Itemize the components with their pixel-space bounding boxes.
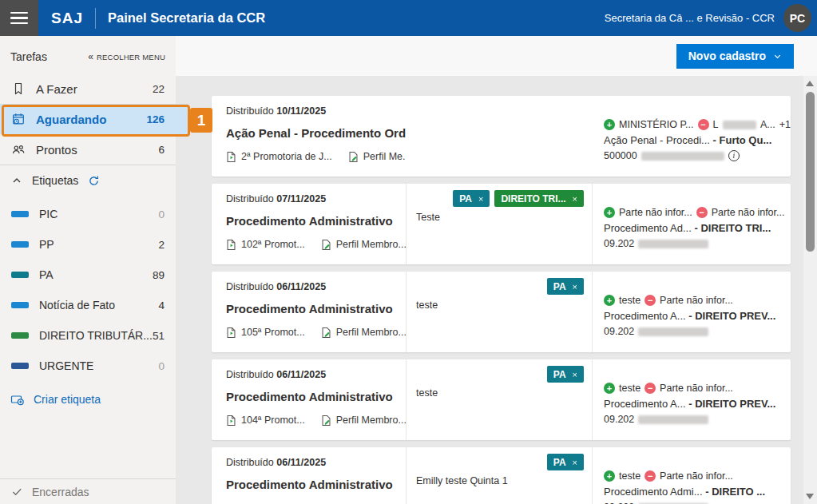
- etiqueta-count-badge: 51: [153, 330, 165, 342]
- redacted-case-number: [641, 152, 724, 161]
- card-left-column: Distribuído 10/11/2025 Ação Penal - Proc…: [212, 96, 406, 177]
- etiqueta-color-bar-icon: [11, 241, 29, 248]
- etiquetas-section-header[interactable]: Etiquetas: [0, 165, 176, 196]
- task-count-badge: 126: [146, 113, 165, 125]
- tag-close-icon[interactable]: ×: [573, 458, 577, 467]
- hamburger-menu-icon[interactable]: [0, 0, 38, 36]
- plus-party-label: teste: [619, 295, 641, 306]
- refresh-icon[interactable]: [88, 175, 100, 187]
- tag-pa[interactable]: PA×: [547, 454, 584, 470]
- collapse-menu-label: RECOLHER MENU: [97, 53, 165, 62]
- sidebar-etiqueta-direito-tribut-r-[interactable]: DIREITO TRIBUTÁR... 51: [0, 320, 176, 351]
- card-middle-column: PA× Emilly teste Quinta 1: [406, 447, 593, 504]
- document-pen-icon: [321, 327, 331, 339]
- profile-link[interactable]: Perfil Membro...: [321, 239, 406, 251]
- case-card[interactable]: Distribuído 10/11/2025 Ação Penal - Proc…: [212, 96, 791, 177]
- distributed-date: Distribuído 06/11/2025: [226, 281, 406, 292]
- info-icon[interactable]: i: [728, 150, 740, 161]
- etiqueta-label: DIREITO TRIBUTÁR...: [39, 329, 153, 342]
- scrollbar[interactable]: [803, 76, 817, 504]
- header-divider: [95, 8, 96, 29]
- user-avatar[interactable]: PC: [783, 4, 811, 32]
- case-class-row: Procedimento A... - DIREITO PREV...: [604, 310, 791, 322]
- card-footer: 105ª Promot... Perfil Membro...: [226, 326, 406, 339]
- profile-link[interactable]: Perfil Membro...: [321, 327, 406, 339]
- minus-party-label: Parte não infor...: [660, 470, 733, 482]
- plus-party-icon: +: [604, 295, 615, 306]
- card-note: Teste: [416, 212, 584, 223]
- plus-party-label: teste: [619, 383, 641, 394]
- sidebar-etiqueta-pp[interactable]: PP 2: [0, 229, 176, 260]
- plus-party-icon: +: [604, 383, 615, 394]
- etiqueta-list: PIC 0 PP 2 PA 89 Notícia de Fato 4 DIREI…: [0, 199, 176, 381]
- case-card[interactable]: Distribuído 06/11/2025 Procedimento Admi…: [212, 447, 791, 504]
- task-icon: [11, 81, 26, 96]
- tag-list: PA×DIREITO TRI...×: [416, 190, 584, 207]
- origin-link[interactable]: 2ª Promotoria de J...: [226, 151, 332, 163]
- case-card[interactable]: Distribuído 06/11/2025 Procedimento Admi…: [212, 359, 791, 440]
- parties-row: + MINISTÉRIO P... − L A... +1: [604, 119, 791, 130]
- sidebar-item-prontos[interactable]: Prontos 6: [0, 134, 176, 165]
- page-title: Painel Secretaria da CCR: [108, 10, 265, 26]
- origin-link[interactable]: 102ª Promot...: [226, 239, 305, 251]
- case-number-label: 09.202: [604, 326, 634, 337]
- tag-list: PA×: [416, 454, 584, 470]
- case-number-row: 09.202: [604, 326, 791, 337]
- card-right-column: + MINISTÉRIO P... − L A... +1 Ação Penal…: [593, 96, 791, 177]
- collapse-menu-button[interactable]: « RECOLHER MENU: [88, 51, 165, 62]
- tag-pa[interactable]: PA×: [453, 190, 490, 207]
- card-middle-column: PA× teste: [406, 359, 593, 440]
- task-icon: [11, 112, 26, 126]
- document-forward-icon: [226, 151, 236, 163]
- etiqueta-count-badge: 0: [158, 360, 165, 372]
- tag-pa[interactable]: PA×: [547, 366, 584, 383]
- case-card[interactable]: Distribuído 06/11/2025 Procedimento Admi…: [212, 272, 791, 352]
- tag-label: PA: [553, 457, 566, 468]
- card-note: teste: [416, 300, 584, 311]
- scrollbar-thumb[interactable]: [806, 92, 815, 252]
- encerradas-toggle[interactable]: Encerradas: [0, 478, 176, 504]
- app-logo: SAJ: [51, 10, 83, 27]
- case-card[interactable]: Distribuído 07/11/2025 Procedimento Admi…: [212, 184, 791, 264]
- card-title: Procedimento Administrativo: [226, 214, 406, 228]
- tag-plus-icon: [10, 392, 25, 407]
- novo-cadastro-button[interactable]: Novo cadastro: [676, 44, 794, 69]
- scroll-down-arrow-icon[interactable]: [806, 494, 814, 499]
- etiqueta-count-badge: 4: [158, 300, 165, 312]
- case-number-label: 09.202: [604, 414, 634, 425]
- plus-party-icon: +: [604, 119, 615, 130]
- case-number-label: 09.202: [604, 238, 634, 249]
- case-subject-label: - DIREITO PREV...: [688, 310, 775, 322]
- tag-close-icon[interactable]: ×: [478, 194, 483, 204]
- tag-close-icon[interactable]: ×: [573, 370, 577, 379]
- tag-close-icon[interactable]: ×: [573, 194, 577, 204]
- create-etiqueta-button[interactable]: Criar etiqueta: [0, 384, 176, 415]
- sidebar-etiqueta-urgente[interactable]: URGENTE 0: [0, 351, 176, 381]
- plus-party-label: MINISTÉRIO P...: [619, 119, 694, 130]
- sidebar-etiqueta-pa[interactable]: PA 89: [0, 260, 176, 290]
- tag-pa[interactable]: PA×: [547, 278, 584, 295]
- card-title: Procedimento Administrativo: [226, 390, 406, 403]
- profile-label: Perfil Membro...: [336, 239, 406, 250]
- sidebar-etiqueta-pic[interactable]: PIC 0: [0, 199, 176, 229]
- profile-link[interactable]: Perfil Me...: [348, 151, 406, 163]
- profile-link[interactable]: Perfil Membro...: [321, 415, 406, 427]
- etiqueta-label: Notícia de Fato: [39, 299, 115, 312]
- main-area: Novo cadastro Distribuído 10/11/2025 Açã…: [176, 36, 817, 504]
- app-header: SAJ Painel Secretaria da CCR Secretaria …: [0, 0, 817, 36]
- tag-label: PA: [553, 281, 566, 292]
- document-forward-icon: [226, 415, 236, 427]
- task-count-badge: 6: [158, 144, 165, 156]
- origin-link[interactable]: 104ª Promot...: [226, 415, 305, 427]
- sidebar-item-aguardando[interactable]: Aguardando 126: [0, 104, 176, 134]
- scroll-up-arrow-icon[interactable]: [806, 81, 814, 86]
- task-list: A Fazer 22 Aguardando 126 Prontos 6: [0, 73, 176, 165]
- distributed-date: Distribuído 06/11/2025: [226, 457, 406, 468]
- card-footer: 104ª Promot... Perfil Membro...: [226, 414, 406, 427]
- tag-close-icon[interactable]: ×: [573, 282, 577, 292]
- origin-link[interactable]: 105ª Promot...: [226, 327, 305, 339]
- etiqueta-label: URGENTE: [39, 359, 93, 372]
- sidebar-etiqueta-not-cia-de-fato[interactable]: Notícia de Fato 4: [0, 290, 176, 320]
- sidebar-item-a-fazer[interactable]: A Fazer 22: [0, 73, 176, 104]
- tag-direito-tri-[interactable]: DIREITO TRI...×: [494, 190, 584, 207]
